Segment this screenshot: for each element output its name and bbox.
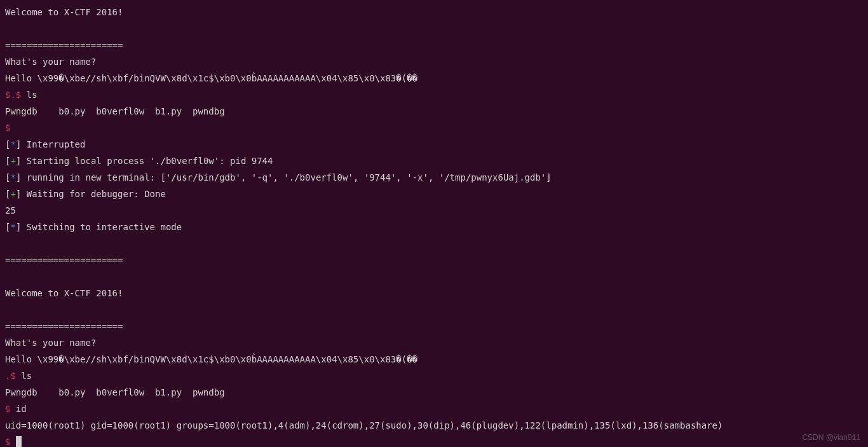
cursor: [16, 436, 22, 447]
terminal-line: 25: [5, 202, 863, 219]
terminal-segment: Welcome to X-CTF 2016!: [5, 7, 123, 17]
terminal-segment: Pwngdb b0.py b0verfl0w b1.py pwndbg: [5, 106, 225, 116]
terminal-line: $ id: [5, 401, 863, 417]
terminal-line: [5, 301, 863, 318]
terminal-segment: $: [5, 123, 10, 133]
terminal-segment: ======================: [5, 40, 123, 50]
terminal-segment: +: [10, 156, 15, 166]
terminal-segment: ls: [16, 371, 32, 381]
terminal-segment: ls: [21, 90, 37, 100]
terminal-segment: *: [10, 172, 15, 182]
terminal-line: [*] Switching to interactive mode: [5, 219, 863, 235]
terminal-line: Welcome to X-CTF 2016!: [5, 285, 863, 301]
terminal-segment: ======================: [5, 255, 123, 265]
terminal-line: [*] Interrupted: [5, 136, 863, 153]
terminal-segment: What's your name?: [5, 338, 96, 348]
terminal-segment: Pwngdb b0.py b0verfl0w b1.py pwndbg: [5, 387, 225, 397]
terminal-line: ======================: [5, 37, 863, 53]
terminal-segment: $.$: [5, 90, 21, 100]
terminal-segment: ] running in new terminal: ['/usr/bin/gd…: [16, 172, 552, 182]
terminal-line: Welcome to X-CTF 2016!: [5, 4, 863, 20]
terminal-segment: Hello \x99�\xbe//sh\xbf/binQVW\x8d\x1c$\…: [5, 73, 417, 83]
terminal-segment: Welcome to X-CTF 2016!: [5, 288, 123, 298]
terminal-segment: Hello \x99�\xbe//sh\xbf/binQVW\x8d\x1c$\…: [5, 354, 417, 364]
terminal-line: Pwngdb b0.py b0verfl0w b1.py pwndbg: [5, 103, 863, 120]
terminal-segment: .$: [5, 371, 16, 381]
terminal-segment: 25: [5, 205, 16, 216]
terminal-line: ======================: [5, 252, 863, 268]
terminal-line: Pwngdb b0.py b0verfl0w b1.py pwndbg: [5, 384, 863, 401]
terminal-line: Hello \x99�\xbe//sh\xbf/binQVW\x8d\x1c$\…: [5, 351, 863, 368]
terminal-line: [+] Waiting for debugger: Done: [5, 186, 863, 202]
terminal-segment: uid=1000(root1) gid=1000(root1) groups=1…: [5, 420, 722, 430]
terminal-line: [5, 268, 863, 285]
terminal-segment: ] Starting local process './b0verfl0w': …: [16, 156, 273, 166]
terminal-line: What's your name?: [5, 53, 863, 70]
terminal-output[interactable]: Welcome to X-CTF 2016! =================…: [5, 4, 863, 447]
terminal-line: Hello \x99�\xbe//sh\xbf/binQVW\x8d\x1c$\…: [5, 70, 863, 86]
terminal-segment: +: [10, 189, 15, 199]
terminal-segment: What's your name?: [5, 57, 96, 67]
terminal-segment: ======================: [5, 321, 123, 331]
watermark-text: CSDN @vlan911: [802, 433, 860, 442]
terminal-segment: id: [10, 404, 26, 414]
terminal-line: $: [5, 120, 863, 136]
terminal-line: [5, 20, 863, 37]
terminal-segment: ] Switching to interactive mode: [16, 222, 182, 232]
terminal-line: [+] Starting local process './b0verfl0w'…: [5, 153, 863, 169]
terminal-segment: *: [10, 222, 15, 232]
terminal-line: uid=1000(root1) gid=1000(root1) groups=1…: [5, 417, 863, 434]
terminal-line: .$ ls: [5, 368, 863, 384]
terminal-line: $: [5, 434, 863, 447]
terminal-line: What's your name?: [5, 334, 863, 351]
terminal-segment: ] Waiting for debugger: Done: [16, 189, 166, 199]
terminal-line: $.$ ls: [5, 86, 863, 103]
terminal-line: [*] running in new terminal: ['/usr/bin/…: [5, 169, 863, 186]
terminal-line: ======================: [5, 318, 863, 334]
terminal-segment: ] Interrupted: [16, 139, 86, 149]
terminal-segment: [10, 437, 15, 447]
terminal-line: [5, 235, 863, 252]
terminal-segment: *: [10, 139, 15, 149]
